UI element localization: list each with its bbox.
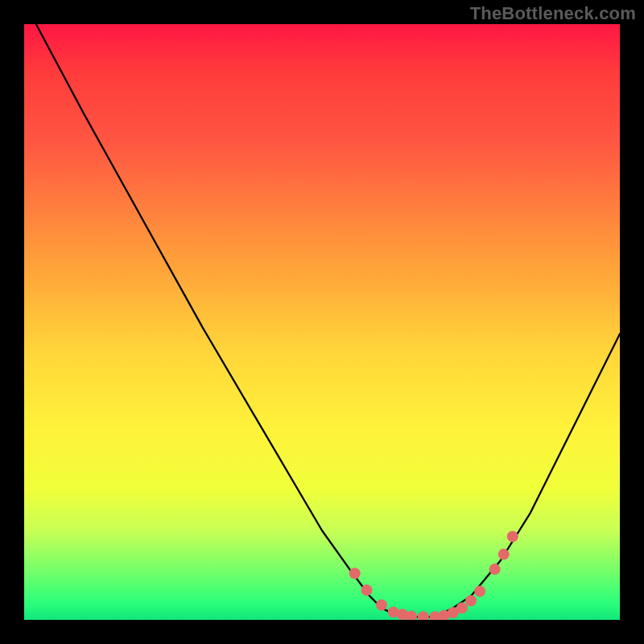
sample-point	[418, 611, 429, 620]
sample-point	[456, 602, 468, 613]
bottleneck-curve	[36, 24, 620, 617]
sample-point	[474, 586, 485, 597]
watermark-label: TheBottleneck.com	[470, 3, 636, 24]
sample-point	[376, 600, 387, 611]
sample-point	[489, 564, 501, 575]
curve-svg	[24, 24, 620, 620]
chart-container: TheBottleneck.com	[0, 0, 644, 644]
sample-point	[507, 530, 518, 542]
sample-point	[349, 568, 361, 579]
sample-points	[349, 530, 518, 620]
sample-point	[465, 595, 477, 606]
sample-point	[498, 549, 510, 560]
plot-area	[24, 24, 620, 620]
sample-point	[361, 584, 373, 596]
